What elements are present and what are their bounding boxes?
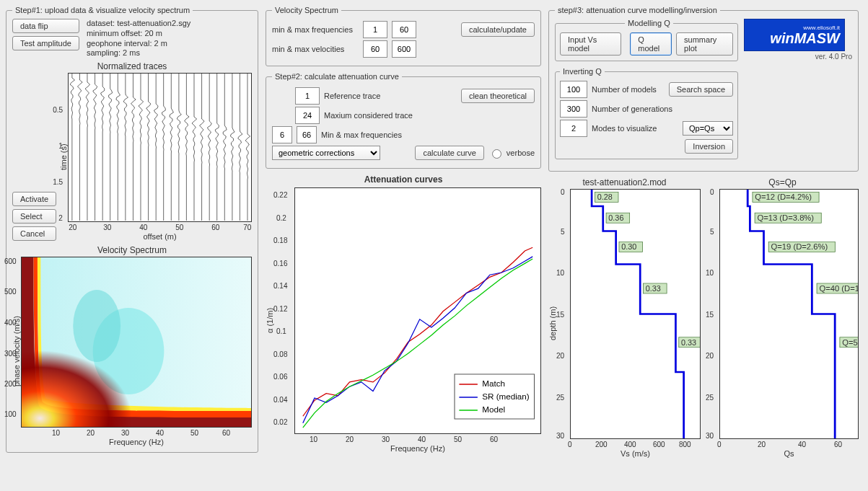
traces-xlabel: offset (m)	[68, 232, 252, 241]
step2-group: Step#2: calculate attenuation curve Refe…	[266, 72, 541, 169]
select-button[interactable]: Select	[12, 209, 56, 224]
atten-ylabel: α (1/m)	[266, 187, 274, 453]
modes-label: Modes to visualize	[592, 124, 657, 133]
svg-text:SR (median): SR (median)	[482, 392, 530, 401]
calculate-curve-button[interactable]: calculate curve	[415, 146, 483, 160]
step1-group: Step#1: upload data & visualize velocity…	[6, 6, 258, 453]
velspec-legend: Velocity Spectrum	[272, 6, 341, 14]
normalized-traces-plot: 0.5 1 1.5 2 20 30 40 50 60 70	[68, 73, 252, 222]
data-flip-button[interactable]: data flip	[12, 19, 79, 33]
max-trace-label: Maxium considered trace	[324, 111, 413, 120]
inverting-q-legend: Inverting Q	[560, 67, 605, 76]
step3-legend: step#3: attenuation curve modelling/inve…	[555, 6, 720, 14]
n-models-label: Number of models	[592, 85, 657, 94]
verbose-radio[interactable]: verbose	[488, 147, 535, 159]
qs-model-plot: Q=12 (D=4.2%)Q=13 (D=3.8%)Q=19 (D=2.6%)Q…	[719, 189, 859, 439]
geometric-corrections-select[interactable]: geometric corrections	[272, 146, 380, 160]
n-models-input[interactable]	[560, 81, 587, 98]
svg-text:0.33: 0.33	[646, 285, 661, 293]
ref-trace-label: Reference trace	[324, 92, 380, 100]
step3-group: step#3: attenuation curve modelling/inve…	[548, 6, 859, 172]
step2-legend: Step#2: calculate attenuation curve	[272, 72, 402, 81]
dataset-info: dataset: test-attenuation2.sgy	[87, 19, 190, 29]
atten-xlabel: Frequency (Hz)	[294, 444, 541, 453]
vs-model-xlabel: Vs (m/s)	[570, 449, 701, 458]
summary-plot-button[interactable]: summary plot	[676, 32, 733, 56]
n-gen-input[interactable]	[560, 100, 587, 118]
qs-model-xlabel: Qs	[719, 449, 859, 458]
vel-min-input[interactable]	[363, 40, 387, 58]
freq-range-label: Min & max frequencies	[321, 131, 402, 139]
winmasw-logo: www.eliosoft.it winMASW	[744, 19, 845, 51]
velocity-spectrum-plot: 600 500 400 300 200 100 10 20 30 40 50 6…	[21, 257, 252, 428]
svg-text:0.30: 0.30	[621, 244, 636, 252]
fmax-input[interactable]	[297, 126, 317, 143]
freq-min-input[interactable]	[363, 21, 387, 38]
modelling-q-legend: Modelling Q	[625, 19, 673, 27]
svg-text:0.28: 0.28	[597, 194, 613, 202]
ref-trace-input[interactable]	[295, 87, 320, 105]
svg-text:0.36: 0.36	[608, 215, 623, 223]
svg-rect-0	[69, 74, 251, 221]
min-offset-info: minimum offset: 20 m	[87, 29, 190, 39]
vel-label: min & max velocities	[272, 45, 359, 53]
inverting-q-group: Inverting Q Number of models Search spac…	[555, 67, 738, 159]
attenuation-title: Attenuation curves	[266, 174, 541, 185]
normalized-traces-title: Normalized traces	[12, 61, 252, 71]
freq-max-input[interactable]	[392, 21, 416, 38]
max-trace-input[interactable]	[295, 107, 320, 124]
search-space-button[interactable]: Search space	[669, 82, 733, 97]
q-model-button[interactable]: Q model	[630, 32, 672, 56]
n-gen-label: Number of generations	[592, 105, 672, 113]
svg-text:Q=40 (D=1.3%): Q=40 (D=1.3%)	[819, 285, 858, 293]
inversion-button[interactable]: Inversion	[685, 139, 733, 154]
sampling-info: sampling: 2 ms	[87, 48, 190, 58]
activate-button[interactable]: Activate	[12, 192, 56, 206]
modes-input[interactable]	[560, 120, 587, 137]
svg-text:Q=12 (D=4.2%): Q=12 (D=4.2%)	[755, 193, 812, 201]
fmin-input[interactable]	[272, 126, 292, 143]
test-amplitude-button[interactable]: Test amplitude	[12, 36, 79, 50]
geophone-info: geophone interval: 2 m	[87, 39, 190, 49]
cancel-button[interactable]: Cancel	[12, 226, 56, 241]
svg-rect-13	[571, 190, 700, 438]
svg-rect-4	[22, 257, 251, 427]
vs-model-plot: 0.280.360.300.330.33 0 5 10 15 20 25 30 …	[570, 189, 701, 439]
modelling-q-group: Modelling Q Input Vs model Q model summa…	[555, 19, 738, 61]
step1-legend: Step#1: upload data & visualize velocity…	[12, 6, 193, 14]
attenuation-legend-box: Match SR (median) Model	[455, 374, 535, 419]
freq-label: min & max frequencies	[272, 25, 359, 34]
clean-theoretical-button[interactable]: clean theoretical	[461, 89, 535, 103]
vs-model-ylabel: depth (m)	[548, 189, 557, 458]
svg-rect-24	[720, 190, 858, 438]
vs-model-title: test-attenuation2.mod	[548, 177, 701, 187]
svg-text:Model: Model	[482, 405, 505, 414]
svg-text:Match: Match	[482, 379, 505, 388]
vs-xlabel: Frequency (Hz)	[21, 438, 252, 446]
svg-text:Q=13 (D=3.8%): Q=13 (D=3.8%)	[757, 214, 814, 222]
velocity-spectrum-title: Velocity Spectrum	[12, 245, 252, 255]
velocity-spectrum-group: Velocity Spectrum min & max frequencies …	[266, 6, 541, 66]
qs-model-title: Qs=Qp	[706, 177, 859, 187]
attenuation-plot: Match SR (median) Model 0.22 0.2 0.18 0.…	[294, 187, 541, 434]
calculate-update-button[interactable]: calculate/update	[461, 22, 535, 37]
input-vs-model-button[interactable]: Input Vs model	[560, 32, 621, 56]
vel-max-input[interactable]	[392, 40, 416, 58]
svg-text:Q=50 (D=1.0%): Q=50 (D=1.0%)	[842, 338, 858, 346]
svg-text:Q=19 (D=2.6%): Q=19 (D=2.6%)	[771, 243, 828, 251]
version-label: ver. 4.0 Pro	[744, 53, 852, 61]
svg-text:0.33: 0.33	[681, 339, 696, 347]
qpqs-select[interactable]: Qp=Qs	[683, 121, 733, 136]
